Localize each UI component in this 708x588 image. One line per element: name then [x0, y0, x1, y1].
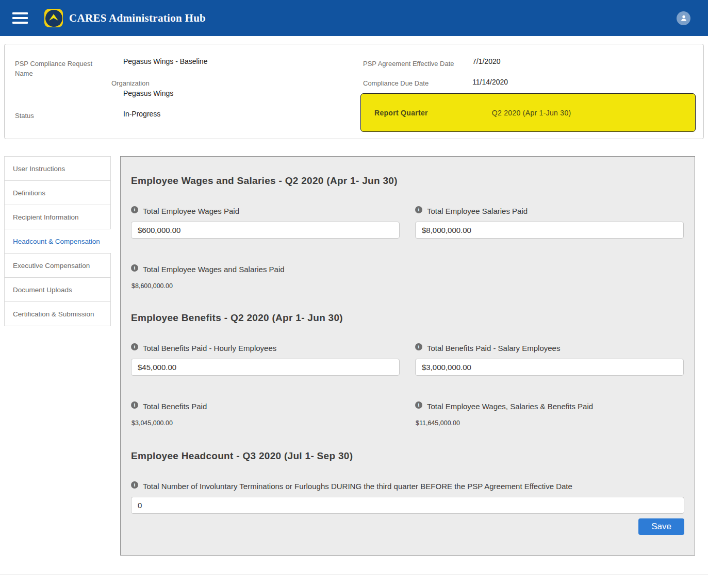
- info-icon[interactable]: i: [415, 401, 422, 409]
- salaries-paid-input[interactable]: [415, 222, 684, 239]
- info-icon[interactable]: i: [131, 481, 138, 489]
- benefits-hourly-label-row: i Total Benefits Paid - Hourly Employees: [131, 341, 400, 355]
- benefits-hourly-label: Total Benefits Paid - Hourly Employees: [143, 341, 276, 355]
- salaries-paid-field: i Total Employee Salaries Paid: [415, 204, 684, 239]
- wages-paid-field: i Total Employee Wages Paid: [131, 204, 400, 239]
- total-benefits-label: Total Benefits Paid: [143, 399, 207, 413]
- report-quarter-value: Q2 2020 (Apr 1-Jun 30): [492, 109, 571, 117]
- app-logo: [44, 9, 63, 27]
- report-quarter-label: Report Quarter: [374, 109, 428, 117]
- menu-bar: [12, 17, 28, 19]
- benefits-salary-label-row: i Total Benefits Paid - Salary Employees: [415, 341, 684, 355]
- benefits-totals-row: i Total Benefits Paid $3,045,000.00 i To…: [131, 376, 684, 427]
- due-date-label: Compliance Due Date: [363, 78, 429, 88]
- cares-chevron-logo: [45, 10, 62, 27]
- headcount-section-heading: Employee Headcount - Q3 2020 (Jul 1- Sep…: [131, 450, 684, 462]
- salaries-paid-label: Total Employee Salaries Paid: [427, 204, 528, 218]
- effective-date-label: PSP Agreement Effective Date: [363, 59, 454, 69]
- benefits-section-heading: Employee Benefits - Q2 2020 (Apr 1- Jun …: [131, 312, 684, 324]
- headcount-field-row: i Total Number of Involuntary Terminatio…: [131, 479, 684, 514]
- info-icon[interactable]: i: [131, 343, 138, 350]
- wages-section-heading: Employee Wages and Salaries - Q2 2020 (A…: [131, 175, 684, 187]
- info-icon[interactable]: i: [131, 401, 138, 409]
- page-bottom-divider: [0, 575, 708, 579]
- wages-paid-label-row: i Total Employee Wages Paid: [131, 204, 400, 218]
- sidebar-item-user-instructions[interactable]: User Instructions: [4, 156, 111, 181]
- info-icon[interactable]: i: [131, 206, 138, 213]
- status-label: Status: [15, 111, 34, 121]
- benefits-salary-input[interactable]: [415, 359, 684, 376]
- terminations-label: Total Number of Involuntary Terminations…: [143, 479, 572, 493]
- terminations-field: i Total Number of Involuntary Terminatio…: [131, 479, 684, 514]
- request-name-label: PSP Compliance Request Name: [15, 59, 98, 78]
- sidebar-item-certification-submission[interactable]: Certification & Submission: [4, 301, 111, 326]
- grand-total-paid: i Total Employee Wages, Salaries & Benef…: [415, 399, 684, 427]
- total-benefits-paid: i Total Benefits Paid $3,045,000.00: [131, 399, 400, 427]
- sidebar-item-recipient-information[interactable]: Recipient Information: [4, 205, 111, 229]
- info-icon[interactable]: i: [131, 264, 138, 272]
- headcount-compensation-form: Employee Wages and Salaries - Q2 2020 (A…: [120, 156, 695, 556]
- wages-paid-input[interactable]: [131, 222, 400, 239]
- wages-salaries-total-label: Total Employee Wages and Salaries Paid: [143, 262, 285, 276]
- info-icon[interactable]: i: [415, 206, 422, 213]
- request-name-value: Pegasus Wings - Baseline: [123, 57, 207, 66]
- organization-value: Pegasus Wings: [123, 89, 173, 98]
- report-quarter-highlight: Report Quarter Q2 2020 (Apr 1-Jun 30): [360, 93, 696, 132]
- wages-field-row: i Total Employee Wages Paid i Total Empl…: [131, 204, 684, 239]
- effective-date-value: 7/1/2020: [472, 57, 501, 66]
- section-nav: User Instructions Definitions Recipient …: [4, 156, 111, 326]
- terminations-input[interactable]: [131, 497, 684, 514]
- total-benefits-value: $3,045,000.00: [131, 419, 400, 427]
- menu-icon[interactable]: [12, 10, 28, 26]
- benefits-hourly-field: i Total Benefits Paid - Hourly Employees: [131, 341, 400, 376]
- total-benefits-label-row: i Total Benefits Paid: [131, 399, 400, 413]
- benefits-salary-label: Total Benefits Paid - Salary Employees: [427, 341, 560, 355]
- chevron-glyph: [47, 11, 60, 25]
- info-icon[interactable]: i: [415, 343, 422, 350]
- save-button[interactable]: Save: [638, 518, 684, 535]
- compliance-summary-card: PSP Compliance Request Name Pegasus Wing…: [4, 44, 704, 139]
- benefits-field-row: i Total Benefits Paid - Hourly Employees…: [131, 341, 684, 376]
- grand-total-label-row: i Total Employee Wages, Salaries & Benef…: [415, 399, 684, 413]
- menu-bar: [12, 22, 28, 24]
- user-avatar-icon[interactable]: [677, 11, 690, 25]
- benefits-salary-field: i Total Benefits Paid - Salary Employees: [415, 341, 684, 376]
- benefits-hourly-input[interactable]: [131, 359, 400, 376]
- menu-bar: [12, 12, 28, 14]
- person-glyph: [679, 13, 688, 23]
- terminations-label-row: i Total Number of Involuntary Terminatio…: [131, 479, 684, 493]
- wages-salaries-total: i Total Employee Wages and Salaries Paid…: [131, 262, 684, 290]
- app-title: CARES Administration Hub: [69, 12, 206, 25]
- app-header: CARES Administration Hub: [0, 0, 708, 36]
- content-row: User Instructions Definitions Recipient …: [0, 156, 708, 556]
- due-date-value: 11/14/2020: [472, 77, 508, 87]
- wages-salaries-total-label-row: i Total Employee Wages and Salaries Paid: [131, 262, 684, 276]
- sidebar-item-document-uploads[interactable]: Document Uploads: [4, 277, 111, 302]
- organization-label: Organization: [111, 78, 150, 88]
- wages-salaries-total-value: $8,600,000.00: [131, 282, 684, 290]
- grand-total-value: $11,645,000.00: [415, 419, 684, 427]
- salaries-paid-label-row: i Total Employee Salaries Paid: [415, 204, 684, 218]
- save-row: Save: [131, 518, 684, 535]
- grand-total-label: Total Employee Wages, Salaries & Benefit…: [427, 399, 593, 413]
- sidebar-item-definitions[interactable]: Definitions: [4, 180, 111, 205]
- status-value: In-Progress: [123, 109, 160, 119]
- wages-paid-label: Total Employee Wages Paid: [143, 204, 239, 218]
- sidebar-item-executive-compensation[interactable]: Executive Compensation: [4, 253, 111, 278]
- sidebar-item-headcount-compensation[interactable]: Headcount & Compensation: [4, 229, 111, 254]
